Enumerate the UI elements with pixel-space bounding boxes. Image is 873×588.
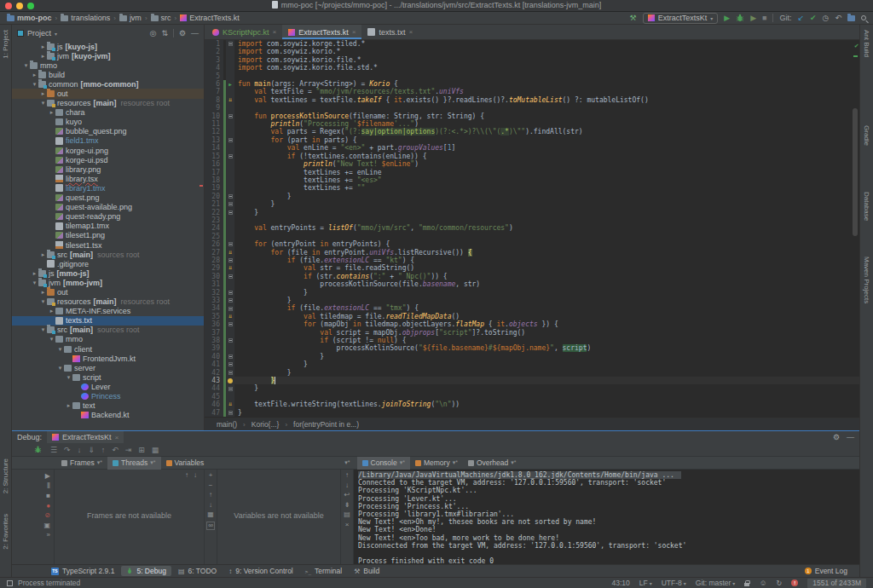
- tree-item[interactable]: ▸js[kuyo-js]: [12, 42, 204, 51]
- stop-icon[interactable]: ■: [46, 492, 50, 499]
- search-icon[interactable]: [861, 15, 866, 20]
- gutter-cell[interactable]: ⇊: [226, 264, 234, 272]
- code-line[interactable]: 34 if (file.extensionLC == "tmx") {: [205, 304, 859, 312]
- chevron-collapsed-icon[interactable]: ▸: [39, 90, 47, 97]
- line-number[interactable]: 17: [205, 169, 223, 176]
- chevron-expanded-icon[interactable]: ▾: [39, 100, 47, 107]
- gutter-cell[interactable]: [226, 377, 234, 384]
- tool-button-terminal[interactable]: >_Terminal: [300, 566, 347, 576]
- tool-button-project[interactable]: 1: Project: [2, 30, 9, 59]
- fold-marker-icon[interactable]: [228, 258, 233, 262]
- fold-marker-icon[interactable]: [228, 154, 233, 159]
- line-number[interactable]: 28: [205, 257, 223, 264]
- gutter-cell[interactable]: [226, 153, 234, 160]
- chevron-expanded-icon[interactable]: ▾: [56, 365, 64, 372]
- memory-snapshot-icon[interactable]: ▣: [43, 522, 50, 529]
- fold-marker-icon[interactable]: [228, 242, 233, 246]
- code-line[interactable]: 27⇊ for (file in entryPoint.uniVfs.listR…: [205, 249, 859, 257]
- code-line[interactable]: 24 val entryPoints = listOf("mmo/jvm/src…: [205, 224, 859, 232]
- code-line[interactable]: 42 }: [205, 369, 859, 377]
- line-number[interactable]: 18: [205, 176, 223, 184]
- line-number[interactable]: 5: [205, 72, 223, 80]
- menu-icon[interactable]: ☰: [50, 446, 57, 454]
- tree-item[interactable]: ▾resources[main]resources root: [12, 99, 204, 108]
- tree-item[interactable]: ▸text: [12, 401, 204, 411]
- run-configuration-select[interactable]: ExtractTextsKt ▾: [643, 13, 719, 24]
- gutter-cell[interactable]: [226, 200, 234, 208]
- gutter-cell[interactable]: [226, 337, 234, 344]
- evaluate-expression-icon[interactable]: ▦: [152, 446, 159, 454]
- down-icon[interactable]: ↓: [209, 502, 212, 509]
- tree-item[interactable]: library1.tmx: [12, 183, 204, 193]
- gutter-cell[interactable]: [226, 193, 234, 200]
- tab-options-icon[interactable]: ▾*: [400, 459, 405, 466]
- tree-item[interactable]: korge-ui.png: [12, 146, 204, 155]
- editor-scrollbar[interactable]: ✔: [852, 42, 859, 418]
- code-line[interactable]: 23: [205, 216, 859, 224]
- mute-breakpoints-icon[interactable]: ⊘: [44, 511, 50, 519]
- line-number[interactable]: 6: [205, 80, 223, 88]
- tab-options-icon[interactable]: ▾*: [511, 459, 516, 466]
- chevron-expanded-icon[interactable]: ▾: [22, 62, 30, 69]
- close-icon[interactable]: ×: [273, 28, 277, 36]
- tree-item[interactable]: ▾mmo: [12, 335, 204, 344]
- fold-marker-icon[interactable]: [228, 42, 233, 46]
- chevron-collapsed-icon[interactable]: ▸: [39, 289, 47, 296]
- scrollbar-thumb[interactable]: [853, 108, 858, 236]
- line-number[interactable]: 8: [205, 96, 223, 104]
- line-number[interactable]: 15: [205, 153, 223, 160]
- line-number[interactable]: 23: [205, 216, 223, 224]
- gear-icon[interactable]: ⚙: [179, 29, 186, 37]
- collapse-all-icon[interactable]: ⇅: [161, 29, 168, 37]
- line-number[interactable]: 45: [205, 393, 223, 401]
- code-line[interactable]: 5: [205, 72, 859, 80]
- line-number[interactable]: 38: [205, 337, 223, 344]
- code-line[interactable]: 31 processKotlinSource(file.basename, st…: [205, 280, 859, 288]
- gutter-cell[interactable]: [226, 273, 234, 280]
- chevron-expanded-icon[interactable]: ▾: [31, 81, 38, 88]
- tree-item[interactable]: ▸js[mmo-js]: [12, 268, 204, 278]
- debugger-tab-variables[interactable]: Variables: [161, 457, 210, 470]
- tool-button-9-version-control[interactable]: ↕9: Version Control: [223, 566, 298, 576]
- editor-breadcrumb-item[interactable]: for(entryPoint in e...): [293, 420, 359, 429]
- gutter-cell[interactable]: [226, 88, 234, 95]
- gutter-cell[interactable]: [226, 233, 234, 240]
- tree-item[interactable]: ▾script: [12, 372, 204, 382]
- code-line[interactable]: 11 println("Processing '$filename'..."): [205, 120, 859, 128]
- line-number[interactable]: 12: [205, 128, 223, 135]
- run-button[interactable]: ▶: [724, 14, 730, 22]
- code-line[interactable]: 3import com.soywiz.korio.file.*: [205, 56, 859, 64]
- chevron-collapsed-icon[interactable]: ▸: [39, 53, 47, 60]
- run-to-cursor-icon[interactable]: ⇥: [125, 446, 132, 454]
- gutter-cell[interactable]: [226, 344, 234, 352]
- line-number[interactable]: 44: [205, 384, 223, 392]
- editor-tab-texts-txt[interactable]: texts.txt×: [361, 25, 419, 39]
- gutter-cell[interactable]: ⇊: [226, 313, 234, 320]
- code-line[interactable]: 46⇊ textFile.writeString(textLines.joinT…: [205, 401, 859, 408]
- code-line[interactable]: 16 println("New Text! $enLine"): [205, 160, 859, 168]
- git-commit-button[interactable]: ✔: [810, 14, 817, 22]
- lock-icon[interactable]: [744, 583, 749, 586]
- debugger-tab-threads[interactable]: Threads▾*: [107, 457, 160, 470]
- tree-item[interactable]: Backend.kt: [12, 411, 204, 420]
- tab-options-icon[interactable]: ▾*: [453, 459, 458, 466]
- line-number[interactable]: 22: [205, 209, 223, 216]
- chevron-collapsed-icon[interactable]: ▸: [48, 308, 55, 314]
- code-line[interactable]: 10 fun processKotlinSource(filename: Str…: [205, 112, 859, 120]
- code-area[interactable]: 1import com.soywiz.korge.tiled.*2import …: [205, 40, 859, 418]
- down-icon[interactable]: ↓: [194, 471, 197, 479]
- status-widget-43-10[interactable]: 43:10: [611, 579, 629, 587]
- close-icon[interactable]: ×: [408, 28, 413, 36]
- gutter-cell[interactable]: [226, 353, 234, 360]
- gutter-cell[interactable]: [226, 257, 234, 264]
- breadcrumb-item[interactable]: ExtractTexts.kt: [180, 14, 240, 22]
- inspections-ok-icon[interactable]: ✔: [854, 42, 859, 49]
- code-line[interactable]: 44 }: [205, 384, 859, 392]
- watch-return-icon[interactable]: ∞: [206, 522, 215, 530]
- code-line[interactable]: 29⇊ val str = file.readString(): [205, 264, 859, 272]
- code-line[interactable]: 17 textLines += enLine: [205, 169, 859, 176]
- tool-button-structure[interactable]: 2: Structure: [2, 458, 9, 493]
- code-line[interactable]: 14 val enLine = "<en>" + part.groupValue…: [205, 144, 859, 152]
- up-icon[interactable]: ↑: [185, 471, 188, 479]
- intention-bulb-icon[interactable]: [228, 378, 233, 383]
